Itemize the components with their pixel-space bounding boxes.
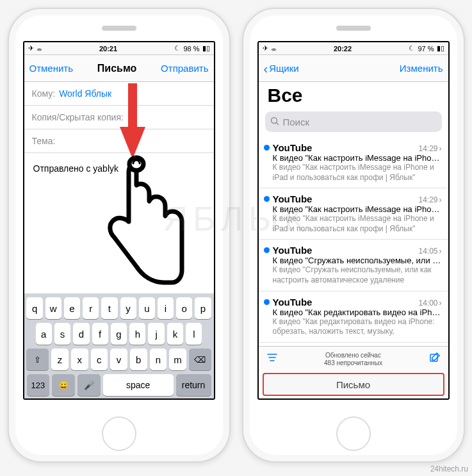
svg-rect-0 — [128, 83, 137, 128]
key-a[interactable]: a — [36, 323, 52, 345]
key-delete[interactable]: ⌫ — [189, 349, 211, 370]
keyboard-row-1: qwertyuiop — [27, 297, 211, 319]
chevron-right-icon: › — [439, 195, 442, 204]
subject-label: Тема: — [32, 136, 56, 146]
gesture-hand-icon — [101, 151, 184, 292]
key-w[interactable]: w — [45, 297, 61, 319]
key-i[interactable]: i — [158, 297, 174, 319]
toolbar-status: Обновлено сейчас 483 непрочитанных — [324, 352, 382, 367]
status-time: 20:22 — [334, 45, 352, 53]
mail-row[interactable]: YouTube14:05 ›К видео "Сгружать неисполь… — [259, 240, 448, 291]
cancel-button[interactable]: Отменить — [29, 63, 74, 74]
back-button[interactable]: ‹ Ящики — [264, 62, 299, 75]
mail-subject: К видео "Сгружать неиспользуемые, или ка… — [273, 256, 442, 265]
keyboard-row-4: 123 😀 🎤 space return — [27, 374, 211, 396]
key-l[interactable]: l — [186, 323, 202, 345]
filter-icon[interactable] — [266, 352, 278, 366]
mail-subject: К видео "Как настроить iMessage на iPhon… — [273, 204, 442, 214]
phone-speaker — [102, 26, 136, 31]
key-h[interactable]: h — [129, 323, 145, 345]
send-button[interactable]: Отправить — [161, 63, 208, 74]
airplane-icon: ✈︎ — [28, 44, 34, 53]
search-icon — [270, 117, 279, 127]
mail-sender: YouTube — [273, 193, 313, 204]
key-k[interactable]: k — [167, 323, 183, 345]
phone-speaker — [336, 26, 371, 31]
battery-icon: ▮▯ — [202, 44, 210, 53]
mail-time: 14:05 › — [418, 247, 441, 256]
phone-left: ✈︎ 20:21 ☾ 98 % ▮▯ Отменить Письмо Отпра… — [8, 8, 231, 463]
inbox-title: Все — [259, 82, 448, 111]
moon-icon: ☾ — [174, 44, 181, 53]
key-m[interactable]: m — [169, 349, 186, 370]
phone-right: ✈︎ 20:22 ☾ 97 % ▮▯ ‹ Ящики Изменить Все — [242, 8, 465, 463]
battery-icon: ▮▯ — [437, 44, 444, 53]
status-time: 20:21 — [99, 45, 117, 53]
key-mic[interactable]: 🎤 — [77, 374, 101, 396]
back-label: Ящики — [269, 63, 299, 74]
gesture-arrow-icon — [118, 83, 147, 160]
key-space[interactable]: space — [103, 374, 174, 396]
updated-label: Обновлено сейчас — [324, 352, 382, 359]
chevron-right-icon: › — [439, 144, 442, 153]
key-n[interactable]: n — [150, 349, 167, 370]
key-123[interactable]: 123 — [27, 374, 50, 396]
mail-row[interactable]: YouTube14:29 ›К видео "Как настроить iMe… — [259, 188, 448, 240]
key-t[interactable]: t — [101, 297, 117, 319]
moon-icon: ☾ — [409, 44, 415, 53]
home-button[interactable] — [336, 416, 371, 451]
compose-navbar: Отменить Письмо Отправить — [24, 55, 214, 82]
unread-dot-icon — [264, 299, 270, 305]
search-placeholder: Поиск — [283, 117, 310, 127]
key-e[interactable]: e — [64, 297, 80, 319]
mail-time: 14:29 › — [418, 144, 441, 153]
to-value: World Яблык — [59, 88, 111, 99]
key-return[interactable]: return — [176, 374, 211, 396]
key-r[interactable]: r — [83, 297, 99, 319]
unread-dot-icon — [264, 196, 270, 202]
mail-subject: К видео "Как редактировать видео на iPho… — [273, 308, 442, 317]
key-c[interactable]: c — [91, 349, 108, 370]
keyboard-row-3: ⇧zxcvbnm⌫ — [27, 349, 211, 370]
image-source-credit: 24hitech.ru — [430, 464, 468, 473]
key-g[interactable]: g — [111, 323, 127, 345]
home-button[interactable] — [102, 416, 136, 451]
svg-point-3 — [271, 117, 277, 123]
key-j[interactable]: j — [148, 323, 164, 345]
key-f[interactable]: f — [92, 323, 108, 345]
key-emoji[interactable]: 😀 — [52, 374, 75, 396]
keyboard-row-2: asdfghjkl — [27, 323, 211, 345]
mail-sender: YouTube — [273, 297, 313, 308]
inbox-toolbar: Обновлено сейчас 483 непрочитанных — [259, 346, 448, 372]
key-o[interactable]: o — [176, 297, 192, 319]
mail-row[interactable]: YouTube14:29 ›К видео "Как настроить iMe… — [259, 137, 448, 188]
mail-row[interactable]: YouTube13:58 ›К видео "Как редактировать… — [259, 343, 448, 346]
key-b[interactable]: b — [130, 349, 147, 370]
key-y[interactable]: y — [120, 297, 136, 319]
to-label: Кому: — [32, 88, 56, 99]
compose-icon[interactable] — [429, 352, 441, 366]
edit-button[interactable]: Изменить — [400, 63, 443, 74]
svg-line-4 — [276, 122, 279, 125]
mail-sender: YouTube — [273, 142, 313, 153]
mail-preview: К видео "Как настроить iMessage на iPhon… — [273, 163, 442, 183]
status-bar: ✈︎ 20:22 ☾ 97 % ▮▯ — [259, 42, 448, 55]
compose-title: Письмо — [97, 63, 136, 74]
key-s[interactable]: s — [54, 323, 70, 345]
mail-preview: К видео "Как настроить iMessage на iPhon… — [273, 214, 442, 234]
search-input[interactable]: Поиск — [265, 111, 442, 132]
key-shift[interactable]: ⇧ — [26, 349, 49, 370]
key-v[interactable]: v — [110, 349, 127, 370]
wifi-icon — [37, 45, 42, 53]
mail-row[interactable]: YouTube14:00 ›К видео "Как редактировать… — [259, 291, 448, 343]
key-q[interactable]: q — [26, 297, 42, 319]
key-u[interactable]: u — [139, 297, 155, 319]
key-p[interactable]: p — [195, 297, 211, 319]
key-z[interactable]: z — [51, 349, 69, 370]
key-x[interactable]: x — [71, 349, 88, 370]
mail-time: 14:29 › — [418, 195, 441, 204]
key-d[interactable]: d — [73, 323, 89, 345]
chevron-left-icon: ‹ — [264, 62, 268, 75]
mail-list[interactable]: YouTube14:29 ›К видео "Как настроить iMe… — [259, 137, 448, 346]
draft-minimized-bar[interactable]: Письмо — [263, 373, 444, 396]
